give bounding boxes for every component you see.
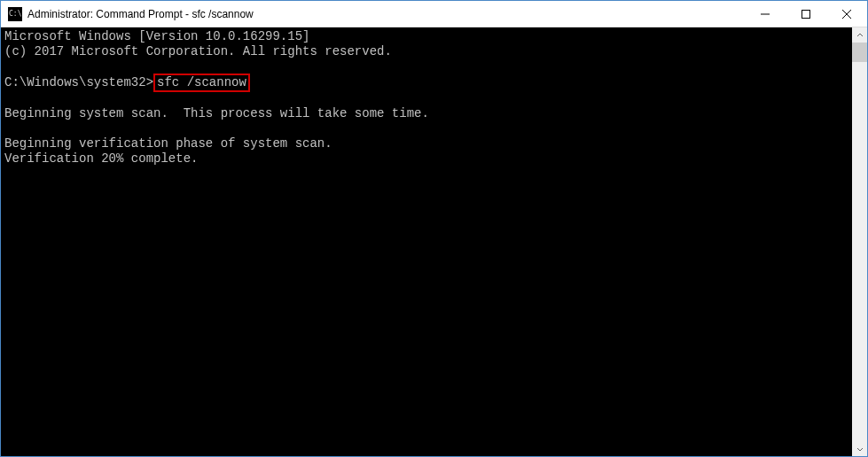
scroll-up-arrow-icon[interactable]: [852, 27, 867, 43]
output-line: Verification 20% complete.: [4, 151, 198, 166]
command-text: sfc /scannow: [157, 75, 246, 89]
output-line: Beginning verification phase of system s…: [4, 136, 332, 151]
prompt-text: C:\Windows\system32>: [4, 75, 153, 89]
minimize-button[interactable]: [745, 1, 786, 27]
svg-rect-1: [802, 10, 810, 18]
command-prompt-window: Administrator: Command Prompt - sfc /sca…: [0, 0, 868, 457]
window-controls: [745, 1, 867, 27]
console-output[interactable]: Microsoft Windows [Version 10.0.16299.15…: [1, 27, 852, 456]
window-title: Administrator: Command Prompt - sfc /sca…: [27, 8, 745, 20]
titlebar[interactable]: Administrator: Command Prompt - sfc /sca…: [1, 1, 867, 27]
cmd-icon: [8, 7, 22, 21]
output-line: (c) 2017 Microsoft Corporation. All righ…: [4, 44, 392, 58]
scroll-thumb[interactable]: [852, 43, 867, 62]
output-line: Beginning system scan. This process will…: [4, 106, 429, 120]
vertical-scrollbar[interactable]: [852, 27, 867, 456]
console-area: Microsoft Windows [Version 10.0.16299.15…: [1, 27, 867, 456]
scroll-track[interactable]: [852, 43, 867, 441]
scroll-down-arrow-icon[interactable]: [852, 441, 867, 456]
close-button[interactable]: [826, 1, 867, 27]
maximize-button[interactable]: [786, 1, 826, 27]
command-highlight: sfc /scannow: [153, 74, 250, 92]
output-line: Microsoft Windows [Version 10.0.16299.15…: [4, 29, 309, 43]
